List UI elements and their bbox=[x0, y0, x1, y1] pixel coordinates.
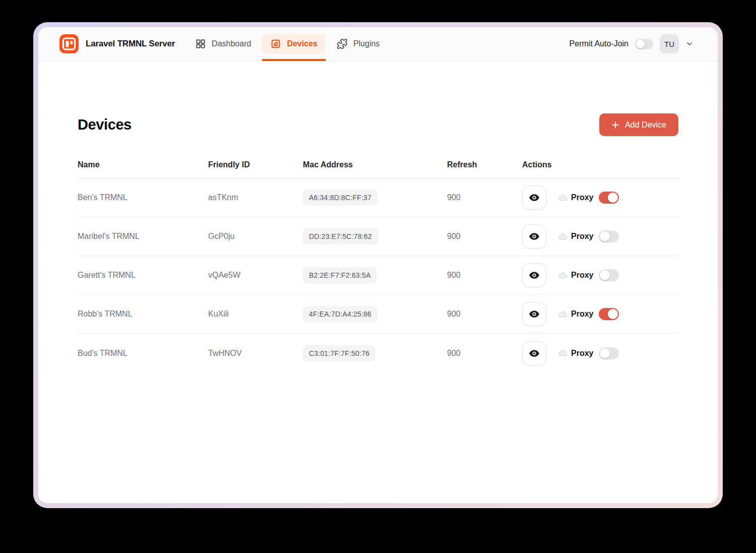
tab-dashboard[interactable]: Dashboard bbox=[187, 27, 259, 60]
view-device-button[interactable] bbox=[522, 302, 546, 326]
table-row: Ben's TRMNL asTKnm A6:34:8D:8C:FF:37 900 bbox=[78, 178, 678, 217]
window-frame: Laravel TRMNL Server Dashboar bbox=[33, 22, 723, 508]
table-row: Bud's TRMNL TwHNOV C3:01:7F:7F:50:76 900 bbox=[78, 334, 678, 373]
mac-address-badge: A6:34:8D:8C:FF:37 bbox=[303, 190, 377, 206]
row-actions: Proxy bbox=[522, 263, 678, 287]
device-friendly-id: TwHNOV bbox=[208, 349, 303, 358]
table-row: Garett's TRMNL vQAe5W B2:2E:F7:F2:63:5A … bbox=[78, 256, 678, 295]
proxy-group: Proxy bbox=[558, 308, 619, 320]
proxy-group: Proxy bbox=[558, 347, 619, 359]
row-actions: Proxy bbox=[522, 302, 678, 326]
table-row: Robb's TRMNL KuXili 4F:EA:7D:A4:25:86 90… bbox=[78, 295, 678, 334]
permit-auto-join-label: Permit Auto-Join bbox=[570, 39, 628, 48]
brand: Laravel TRMNL Server bbox=[59, 34, 175, 53]
proxy-label: Proxy bbox=[571, 193, 593, 202]
proxy-group: Proxy bbox=[558, 230, 619, 242]
device-friendly-id: vQAe5W bbox=[208, 271, 303, 280]
row-actions: Proxy bbox=[522, 186, 678, 210]
column-header-name: Name bbox=[78, 160, 208, 169]
device-name: Robb's TRMNL bbox=[78, 310, 208, 319]
header-right: Permit Auto-Join TU bbox=[570, 34, 694, 53]
device-friendly-id: KuXili bbox=[208, 310, 303, 319]
device-friendly-id: GcP0ju bbox=[208, 232, 303, 241]
app-header: Laravel TRMNL Server Dashboar bbox=[38, 27, 718, 61]
plus-icon bbox=[611, 121, 619, 129]
app-title: Laravel TRMNL Server bbox=[86, 39, 175, 49]
device-friendly-id: asTKnm bbox=[208, 193, 303, 202]
proxy-toggle[interactable] bbox=[599, 230, 619, 242]
eye-icon bbox=[528, 192, 540, 204]
table-row: Maribel's TRMNL GcP0ju DD:23:E7:5C:78:62… bbox=[78, 217, 678, 256]
device-name: Maribel's TRMNL bbox=[78, 232, 208, 241]
puzzle-icon bbox=[337, 38, 348, 49]
mac-address-badge: C3:01:7F:7F:50:76 bbox=[303, 345, 375, 361]
device-list-icon bbox=[270, 38, 281, 49]
chevron-down-icon[interactable] bbox=[685, 40, 694, 48]
eye-icon bbox=[528, 308, 540, 320]
proxy-group: Proxy bbox=[558, 269, 619, 281]
eye-icon bbox=[528, 269, 540, 281]
main-nav: Dashboard Devices bbox=[187, 27, 388, 60]
view-device-button[interactable] bbox=[522, 186, 546, 210]
mac-address-badge: DD:23:E7:5C:78:62 bbox=[303, 228, 378, 244]
device-refresh: 900 bbox=[447, 193, 522, 202]
grid-icon bbox=[195, 38, 206, 49]
mac-address-badge: 4F:EA:7D:A4:25:86 bbox=[303, 306, 377, 322]
proxy-label: Proxy bbox=[571, 349, 593, 358]
page-content: Devices Add Device Name Friendly ID Mac … bbox=[38, 61, 718, 503]
cloud-icon bbox=[558, 193, 568, 203]
page-title: Devices bbox=[78, 116, 132, 133]
permit-auto-join-toggle[interactable] bbox=[635, 39, 653, 49]
page-head: Devices Add Device bbox=[78, 113, 678, 136]
devices-table: Name Friendly ID Mac Address Refresh Act… bbox=[78, 160, 678, 373]
proxy-label: Proxy bbox=[571, 310, 593, 319]
add-device-label: Add Device bbox=[625, 120, 666, 130]
device-refresh: 900 bbox=[447, 271, 522, 280]
device-refresh: 900 bbox=[447, 349, 522, 358]
cloud-icon bbox=[558, 232, 568, 241]
proxy-toggle[interactable] bbox=[599, 192, 619, 204]
table-header-row: Name Friendly ID Mac Address Refresh Act… bbox=[78, 160, 678, 178]
tab-plugins[interactable]: Plugins bbox=[329, 27, 388, 60]
mac-address-badge: B2:2E:F7:F2:63:5A bbox=[303, 267, 376, 283]
user-avatar[interactable]: TU bbox=[660, 34, 679, 53]
device-refresh: 900 bbox=[447, 310, 522, 319]
eye-icon bbox=[528, 347, 540, 359]
column-header-mac-address: Mac Address bbox=[303, 160, 447, 169]
device-name: Ben's TRMNL bbox=[78, 193, 208, 202]
tab-label: Devices bbox=[287, 39, 318, 48]
cloud-icon bbox=[558, 310, 568, 319]
tab-devices[interactable]: Devices bbox=[262, 27, 326, 60]
add-device-button[interactable]: Add Device bbox=[599, 113, 678, 136]
column-header-refresh: Refresh bbox=[447, 160, 522, 169]
cloud-icon bbox=[558, 271, 568, 280]
proxy-label: Proxy bbox=[571, 271, 593, 280]
app-window: Laravel TRMNL Server Dashboar bbox=[38, 27, 718, 503]
view-device-button[interactable] bbox=[522, 263, 546, 287]
eye-icon bbox=[528, 230, 540, 242]
proxy-group: Proxy bbox=[558, 192, 619, 204]
device-refresh: 900 bbox=[447, 232, 522, 241]
column-header-actions: Actions bbox=[522, 160, 678, 169]
cloud-icon bbox=[558, 348, 568, 358]
proxy-toggle[interactable] bbox=[599, 347, 619, 359]
proxy-toggle[interactable] bbox=[599, 308, 619, 320]
trmnl-logo-icon bbox=[59, 34, 79, 53]
row-actions: Proxy bbox=[522, 224, 678, 249]
proxy-toggle[interactable] bbox=[599, 269, 619, 281]
column-header-friendly-id: Friendly ID bbox=[208, 160, 303, 169]
view-device-button[interactable] bbox=[522, 341, 546, 365]
row-actions: Proxy bbox=[522, 341, 678, 365]
tab-label: Plugins bbox=[353, 39, 380, 48]
tab-label: Dashboard bbox=[212, 39, 251, 48]
device-name: Garett's TRMNL bbox=[78, 271, 208, 280]
device-name: Bud's TRMNL bbox=[78, 349, 208, 358]
view-device-button[interactable] bbox=[522, 224, 546, 249]
proxy-label: Proxy bbox=[571, 232, 593, 241]
